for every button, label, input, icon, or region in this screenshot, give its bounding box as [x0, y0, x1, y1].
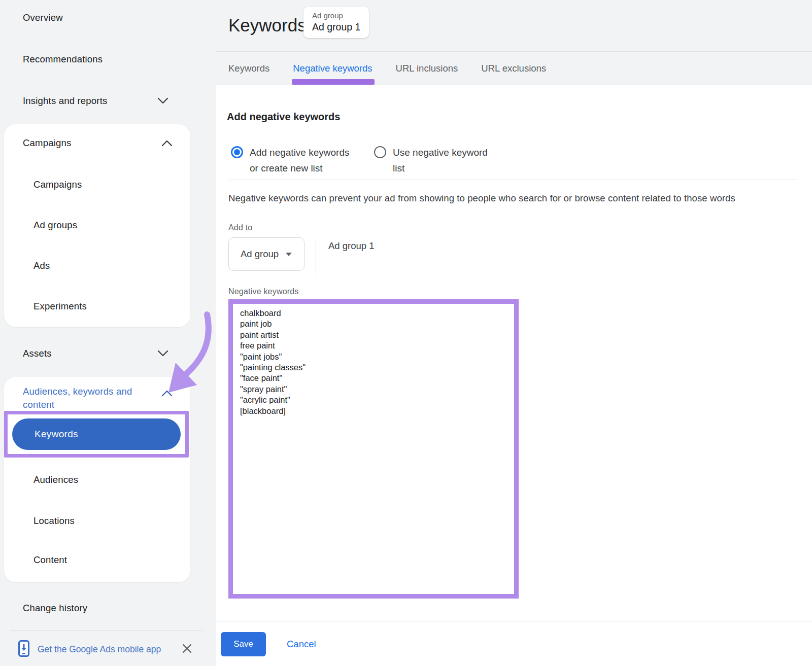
google-ads-keywords-page: Overview Recommendations Insights and re… [0, 0, 812, 666]
radio-selected-icon [231, 146, 243, 158]
chevron-up-icon [161, 390, 173, 397]
sidebar-item-assets[interactable]: Assets [23, 348, 52, 359]
page-title: Keywords [228, 15, 307, 36]
sidebar-item-change-history[interactable]: Change history [23, 603, 87, 614]
save-button[interactable]: Save [221, 632, 266, 656]
sidebar-item-overview[interactable]: Overview [23, 12, 63, 23]
ad-group-scope-chip[interactable]: Ad group Ad group 1 [303, 7, 369, 38]
sidebar-item-ads[interactable]: Ads [33, 260, 50, 271]
annotation-highlight-box-textarea: chalkboard paint job paint artist free p… [228, 299, 519, 599]
sidebar-section-campaigns[interactable]: Campaigns [23, 137, 71, 149]
chevron-down-icon [157, 350, 168, 357]
tab-bar: Keywords Negative keywords URL inclusion… [216, 52, 812, 85]
negative-keywords-form: Add negative keywords Add negative keywo… [216, 85, 812, 621]
sidebar-divider [10, 630, 203, 630]
divider [228, 180, 797, 180]
main-panel: Keywords Ad group Ad group 1 Keywords Ne… [216, 0, 812, 666]
sidebar-item-recommendations[interactable]: Recommendations [23, 54, 103, 65]
sidebar-item-experiments[interactable]: Experiments [33, 301, 87, 312]
annotation-highlight-box-keywords: Keywords [4, 411, 189, 458]
radio-use-negative-keyword-list[interactable]: Use negative keyword list [374, 145, 498, 176]
sidebar-item-locations[interactable]: Locations [33, 515, 75, 527]
sidebar-item-campaigns[interactable]: Campaigns [33, 179, 82, 190]
page-header: Keywords Ad group Ad group 1 [216, 0, 812, 52]
negative-keywords-textarea[interactable]: chalkboard paint job paint artist free p… [233, 304, 514, 594]
add-to-target-value: Ad group 1 [328, 240, 375, 252]
sidebar-item-ad-groups[interactable]: Ad groups [33, 220, 77, 231]
tab-url-exclusions[interactable]: URL exclusions [481, 52, 546, 85]
negative-keywords-description: Negative keywords can prevent your ad fr… [228, 193, 735, 204]
vertical-divider [316, 238, 316, 275]
scope-chip-label: Ad group [312, 11, 360, 20]
chevron-down-icon [157, 97, 168, 104]
chevron-up-icon [161, 140, 173, 147]
negative-keywords-field-label: Negative keywords [228, 287, 299, 296]
sidebar-item-label: Insights and reports [23, 95, 107, 107]
mobile-app-promo-link[interactable]: Get the Google Ads mobile app [38, 644, 161, 655]
sidebar: Overview Recommendations Insights and re… [0, 0, 216, 666]
sidebar-item-label: Change history [23, 603, 87, 614]
dropdown-caret-icon [286, 253, 292, 256]
scope-chip-value: Ad group 1 [312, 21, 360, 33]
tab-url-inclusions[interactable]: URL inclusions [396, 52, 458, 85]
sidebar-item-insights-and-reports[interactable]: Insights and reports [23, 95, 107, 107]
radio-unselected-icon [374, 146, 386, 158]
sidebar-item-label: Recommendations [23, 54, 103, 65]
sidebar-item-audiences[interactable]: Audiences [33, 474, 78, 485]
add-to-label: Add to [228, 223, 252, 232]
annotation-tab-underline [292, 79, 374, 85]
mobile-phone-download-icon [18, 640, 29, 659]
cancel-button[interactable]: Cancel [281, 632, 322, 656]
mobile-app-promo: Get the Google Ads mobile app [18, 638, 201, 660]
section-heading: Add negative keywords [227, 111, 340, 123]
sidebar-item-keywords-selected[interactable]: Keywords [12, 418, 181, 450]
tab-keywords[interactable]: Keywords [228, 52, 269, 85]
sidebar-item-label: Overview [23, 12, 63, 23]
sidebar-audiences-card: Audiences, keywords and content Keywords… [4, 377, 190, 582]
sidebar-campaigns-card: Campaigns Campaigns Ad groups Ads Experi… [4, 124, 190, 327]
add-to-dropdown[interactable]: Ad group [228, 237, 304, 271]
close-icon[interactable] [182, 644, 192, 655]
sidebar-item-label: Assets [23, 348, 52, 359]
tab-negative-keywords[interactable]: Negative keywords [293, 52, 372, 85]
radio-add-negative-keywords[interactable]: Add negative keywords or create new list [231, 145, 360, 176]
form-footer: Save Cancel [216, 621, 812, 666]
sidebar-item-content[interactable]: Content [33, 554, 67, 566]
sidebar-section-audiences-keywords-content[interactable]: Audiences, keywords and content [23, 385, 150, 411]
